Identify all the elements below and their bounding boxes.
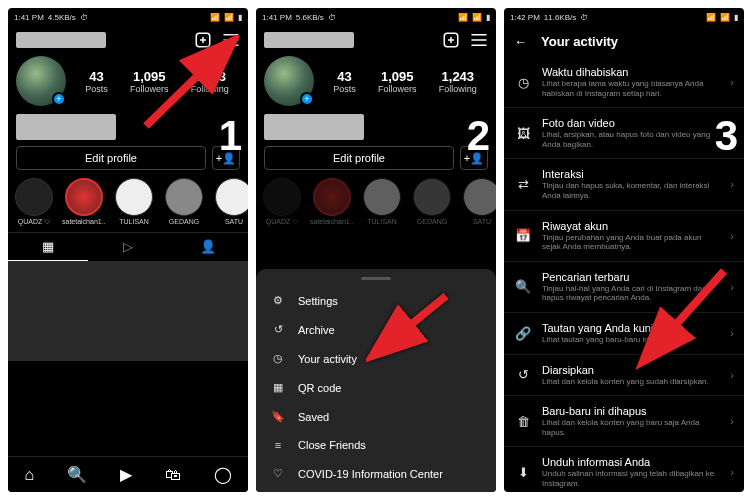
profile-tabs: ▦ ▷ 👤 (8, 232, 248, 261)
time-label: 1:41 PM (262, 13, 292, 22)
svg-line-15 (376, 296, 446, 353)
highlight-item[interactable]: QUADZ ♡ (12, 178, 56, 226)
download-icon: ⬇ (514, 465, 532, 480)
highlight-item: GEDANG (410, 178, 454, 226)
clock-icon: ↺ (270, 323, 286, 336)
username-blurred (264, 32, 354, 48)
highlight-item: satetaichan1... (310, 178, 354, 226)
profile-topbar (256, 26, 496, 54)
menu-close-friends[interactable]: ≡Close Friends (256, 431, 496, 459)
activity-time-spent[interactable]: ◷Waktu dihabiskanLihat berapa lama waktu… (504, 57, 744, 108)
page-title: Your activity (541, 34, 618, 49)
status-bar: 1:41 PM4.5KB/s⏱ 📶📶▮ (8, 8, 248, 26)
heart-icon: ♡ (270, 467, 286, 480)
menu-label: Saved (298, 411, 329, 423)
activity-photos-videos[interactable]: 🖼Foto dan videoLihat, arsipkan, atau hap… (504, 108, 744, 159)
clock-icon: ◷ (514, 75, 532, 90)
trash-icon: 🗑 (514, 414, 532, 429)
activity-icon: ◷ (270, 352, 286, 365)
bottom-nav: ⌂ 🔍 ▶ 🛍 ◯ (8, 456, 248, 492)
avatar[interactable]: + (264, 56, 314, 106)
menu-saved[interactable]: 🔖Saved (256, 402, 496, 431)
nav-shop-icon[interactable]: 🛍 (165, 466, 181, 484)
step-number: 1 (219, 112, 242, 160)
highlight-item[interactable]: GEDANG (162, 178, 206, 226)
back-icon[interactable]: ← (514, 34, 527, 49)
chevron-right-icon: › (730, 415, 734, 427)
displayname-blurred (264, 114, 364, 140)
search-icon: 🔍 (514, 279, 532, 294)
step-number: 3 (715, 112, 738, 160)
highlight-item: TULISAN (360, 178, 404, 226)
tab-grid[interactable]: ▦ (8, 233, 88, 261)
highlight-item: QUADZ ♡ (260, 178, 304, 226)
tab-tagged[interactable]: 👤 (168, 233, 248, 261)
username-blurred (16, 32, 106, 48)
posts-grid[interactable] (8, 261, 248, 361)
activity-account-history[interactable]: 📅Riwayat akunTinjau perubahan yang Anda … (504, 211, 744, 262)
netspeed-label: 11.6KB/s (544, 13, 576, 22)
chevron-right-icon: › (730, 76, 734, 88)
stat-posts[interactable]: 43Posts (85, 69, 108, 94)
menu-qr[interactable]: ▦QR code (256, 373, 496, 402)
menu-label: Your activity (298, 353, 357, 365)
menu-label: Close Friends (298, 439, 366, 451)
netspeed-label: 5.6KB/s (296, 13, 324, 22)
edit-profile-button[interactable]: Edit profile (264, 146, 454, 170)
qr-icon: ▦ (270, 381, 286, 394)
highlights-row: QUADZ ♡ satetaichan1... TULISAN GEDANG S… (256, 178, 496, 232)
menu-covid[interactable]: ♡COVID-19 Information Center (256, 459, 496, 488)
phone-1: 1:41 PM4.5KB/s⏱ 📶📶▮ + 43Posts 1,095Follo… (8, 8, 248, 492)
bookmark-icon: 🔖 (270, 410, 286, 423)
nav-home-icon[interactable]: ⌂ (24, 466, 34, 484)
status-bar: 1:41 PM5.6KB/s⏱ 📶📶▮ (256, 8, 496, 26)
menu-label: Settings (298, 295, 338, 307)
highlight-item: SATU (460, 178, 496, 226)
status-bar: 1:42 PM11.6KB/s⏱ 📶📶▮ (504, 8, 744, 26)
gear-icon: ⚙ (270, 294, 286, 307)
netspeed-label: 4.5KB/s (48, 13, 76, 22)
chevron-right-icon: › (730, 178, 734, 190)
annotation-arrow (366, 288, 456, 372)
avatar[interactable]: + (16, 56, 66, 106)
menu-label: COVID-19 Information Center (298, 468, 443, 480)
activity-header: ← Your activity (504, 26, 744, 57)
tab-reels[interactable]: ▷ (88, 233, 168, 261)
step-number: 2 (467, 112, 490, 160)
chevron-right-icon: › (730, 466, 734, 478)
activity-interactions[interactable]: ⇄InteraksiTinjau dan hapus suka, komenta… (504, 159, 744, 210)
nav-reels-icon[interactable]: ▶ (120, 465, 132, 484)
nav-profile-icon[interactable]: ◯ (214, 465, 232, 484)
phone-3: 1:42 PM11.6KB/s⏱ 📶📶▮ ← Your activity ◷Wa… (504, 8, 744, 492)
highlight-item[interactable]: TULISAN (112, 178, 156, 226)
sheet-handle[interactable] (361, 277, 391, 280)
svg-line-7 (146, 44, 230, 126)
archive-icon: ↺ (514, 367, 532, 382)
phone-2: 1:41 PM5.6KB/s⏱ 📶📶▮ + 43Posts 1,095Follo… (256, 8, 496, 492)
stats-row: + 43Posts 1,095Followers 1,243Following (256, 54, 496, 110)
nav-search-icon[interactable]: 🔍 (67, 465, 87, 484)
calendar-icon: 📅 (514, 228, 532, 243)
create-icon[interactable] (442, 31, 460, 49)
highlight-item[interactable]: SATU (212, 178, 248, 226)
swap-icon: ⇄ (514, 177, 532, 192)
menu-label: Archive (298, 324, 335, 336)
edit-profile-button[interactable]: Edit profile (16, 146, 206, 170)
activity-recently-deleted[interactable]: 🗑Baru-baru ini dihapusLihat dan kelola k… (504, 396, 744, 447)
displayname-blurred (16, 114, 116, 140)
time-label: 1:41 PM (14, 13, 44, 22)
list-icon: ≡ (270, 439, 286, 451)
highlight-item[interactable]: satetaichan1... (62, 178, 106, 226)
stat-followers[interactable]: 1,095Followers (378, 69, 417, 94)
stat-following[interactable]: 1,243Following (439, 69, 477, 94)
link-icon: 🔗 (514, 326, 532, 341)
activity-download[interactable]: ⬇Unduh informasi AndaUnduh salinan infor… (504, 447, 744, 492)
menu-label: QR code (298, 382, 341, 394)
media-icon: 🖼 (514, 126, 532, 141)
svg-line-17 (646, 271, 724, 358)
hamburger-icon[interactable] (470, 33, 488, 47)
stat-posts[interactable]: 43Posts (333, 69, 356, 94)
time-label: 1:42 PM (510, 13, 540, 22)
chevron-right-icon: › (730, 230, 734, 242)
highlights-row: QUADZ ♡ satetaichan1... TULISAN GEDANG S… (8, 178, 248, 232)
